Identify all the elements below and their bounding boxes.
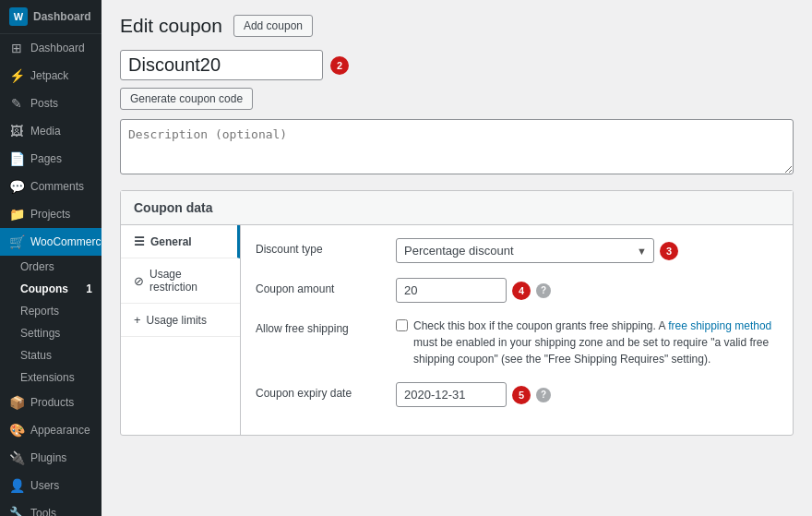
sidebar-logo-label: Dashboard <box>33 10 91 23</box>
coupon-amount-label: Coupon amount <box>256 278 385 295</box>
projects-icon: 📁 <box>9 207 24 222</box>
sidebar-item-label: Dashboard <box>30 42 85 54</box>
coupon-data-body: ☰ General ⊘ Usage restriction + Usage li… <box>121 225 793 435</box>
sidebar-item-projects[interactable]: 📁 Projects <box>0 200 102 228</box>
sidebar-item-label: Comments <box>30 180 84 193</box>
coupon-amount-input[interactable] <box>396 278 507 303</box>
sidebar-item-comments[interactable]: 💬 Comments <box>0 173 102 200</box>
free-shipping-row: Check this box if the coupon grants free… <box>396 318 778 367</box>
usage-restriction-tab-icon: ⊘ <box>134 274 144 288</box>
sidebar-item-label: Pages <box>30 152 62 165</box>
add-coupon-button[interactable]: Add coupon <box>233 15 313 37</box>
coupon-amount-row: Coupon amount 4 ? <box>256 278 778 303</box>
coupon-data-title: Coupon data <box>121 191 793 225</box>
pages-icon: 📄 <box>9 151 24 166</box>
coupon-expiry-label: Coupon expiry date <box>256 382 385 400</box>
step-badge-3: 3 <box>660 242 678 260</box>
sidebar-item-users[interactable]: 👤 Users <box>0 472 102 499</box>
coupon-expiry-row: Coupon expiry date 5 ? <box>256 382 778 407</box>
comments-icon: 💬 <box>9 179 24 194</box>
page-header: Edit coupon Add coupon <box>120 15 794 37</box>
coupon-code-row: 2 <box>120 50 794 80</box>
step-badge-4: 4 <box>512 282 531 300</box>
coupon-expiry-input[interactable] <box>396 382 507 407</box>
sidebar-subitem-status[interactable]: Status <box>20 344 102 366</box>
sidebar-item-posts[interactable]: ✎ Posts <box>0 90 102 117</box>
coupon-tabs: ☰ General ⊘ Usage restriction + Usage li… <box>121 225 241 435</box>
sidebar-item-pages[interactable]: 📄 Pages <box>0 145 102 173</box>
coupon-amount-help-icon[interactable]: ? <box>536 283 551 298</box>
plugins-icon: 🔌 <box>9 450 24 465</box>
tab-usage-limits[interactable]: + Usage limits <box>121 304 240 337</box>
tab-usage-restriction[interactable]: ⊘ Usage restriction <box>121 258 240 304</box>
tab-general-label: General <box>150 235 192 248</box>
content-area: Edit coupon Add coupon 2 Generate coupon… <box>102 0 812 516</box>
discount-type-select-wrapper: Percentage discount Fixed cart discount … <box>396 238 654 263</box>
appearance-icon: 🎨 <box>9 423 24 438</box>
sidebar-item-tools[interactable]: 🔧 Tools <box>0 499 102 516</box>
tab-usage-restriction-label: Usage restriction <box>149 268 227 294</box>
sidebar-item-label: WooCommerce <box>30 235 102 248</box>
free-shipping-checkbox[interactable] <box>396 319 408 331</box>
wp-logo-icon: W <box>9 7 28 26</box>
coupon-data-panel: Coupon data ☰ General ⊘ Usage restrictio… <box>120 190 794 436</box>
generate-coupon-code-button[interactable]: Generate coupon code <box>120 88 253 110</box>
free-shipping-method-link[interactable]: free shipping method <box>668 319 771 332</box>
page-title: Edit coupon <box>120 15 222 37</box>
sidebar-subitem-coupons[interactable]: Coupons 1 <box>20 278 102 300</box>
sidebar-item-label: Users <box>30 479 59 492</box>
dashboard-icon: ⊞ <box>9 41 24 55</box>
sidebar-subitem-settings[interactable]: Settings <box>20 322 102 344</box>
sidebar-item-label: Projects <box>30 208 70 221</box>
sidebar-item-dashboard[interactable]: ⊞ Dashboard <box>0 34 102 62</box>
usage-limits-tab-icon: + <box>134 313 141 327</box>
sidebar-item-label: Plugins <box>30 451 66 464</box>
allow-free-shipping-control: Check this box if the coupon grants free… <box>396 318 778 367</box>
discount-type-label: Discount type <box>256 238 385 256</box>
coupon-fields: Discount type Percentage discount Fixed … <box>241 225 793 435</box>
sidebar: W Dashboard ⊞ Dashboard ⚡ Jetpack ✎ Post… <box>0 0 102 516</box>
allow-free-shipping-row: Allow free shipping Check this box if th… <box>256 318 778 367</box>
allow-free-shipping-label: Allow free shipping <box>256 318 385 335</box>
sidebar-subitem-extensions[interactable]: Extensions <box>20 366 102 389</box>
sidebar-item-jetpack[interactable]: ⚡ Jetpack <box>0 62 102 90</box>
sidebar-item-appearance[interactable]: 🎨 Appearance <box>0 416 102 444</box>
sidebar-item-plugins[interactable]: 🔌 Plugins <box>0 444 102 472</box>
sidebar-logo[interactable]: W Dashboard <box>0 0 102 34</box>
step-badge-2: 2 <box>330 56 349 75</box>
sidebar-item-label: Media <box>30 125 61 138</box>
discount-type-control: Percentage discount Fixed cart discount … <box>396 238 778 263</box>
generate-btn-row: Generate coupon code <box>120 88 794 110</box>
sidebar-item-label: Tools <box>30 507 56 516</box>
coupon-amount-control: 4 ? <box>396 278 778 303</box>
media-icon: 🖼 <box>9 124 24 138</box>
discount-type-row: Discount type Percentage discount Fixed … <box>256 238 778 263</box>
description-textarea[interactable] <box>120 119 794 174</box>
sidebar-item-label: Products <box>30 396 74 409</box>
general-tab-icon: ☰ <box>134 234 145 248</box>
woocommerce-icon: 🛒 <box>9 234 24 249</box>
free-shipping-text-after: must be enabled in your shipping zone an… <box>413 336 769 366</box>
free-shipping-text-before: Check this box if the coupon grants free… <box>413 319 668 332</box>
free-shipping-description: Check this box if the coupon grants free… <box>413 318 778 367</box>
jetpack-icon: ⚡ <box>9 68 24 83</box>
step-badge-5: 5 <box>512 386 531 404</box>
users-icon: 👤 <box>9 478 24 493</box>
sidebar-item-label: Jetpack <box>30 69 68 82</box>
discount-type-select[interactable]: Percentage discount Fixed cart discount … <box>396 238 654 263</box>
coupons-badge: 1 <box>86 282 92 295</box>
sidebar-item-woocommerce[interactable]: 🛒 WooCommerce <box>0 228 102 256</box>
woo-submenu: Orders Coupons 1 Reports Settings Status… <box>0 256 102 389</box>
sidebar-subitem-orders[interactable]: Orders <box>20 256 102 278</box>
posts-icon: ✎ <box>9 96 24 111</box>
coupon-expiry-help-icon[interactable]: ? <box>536 388 551 402</box>
tab-general[interactable]: ☰ General <box>121 225 240 258</box>
tools-icon: 🔧 <box>9 506 24 516</box>
sidebar-subitem-reports[interactable]: Reports <box>20 300 102 322</box>
coupon-code-input[interactable] <box>120 50 323 80</box>
sidebar-item-label: Appearance <box>30 424 90 437</box>
sidebar-item-products[interactable]: 📦 Products <box>0 389 102 416</box>
tab-usage-limits-label: Usage limits <box>147 314 207 327</box>
main-content: Edit coupon Add coupon 2 Generate coupon… <box>102 0 812 516</box>
sidebar-item-media[interactable]: 🖼 Media <box>0 117 102 145</box>
